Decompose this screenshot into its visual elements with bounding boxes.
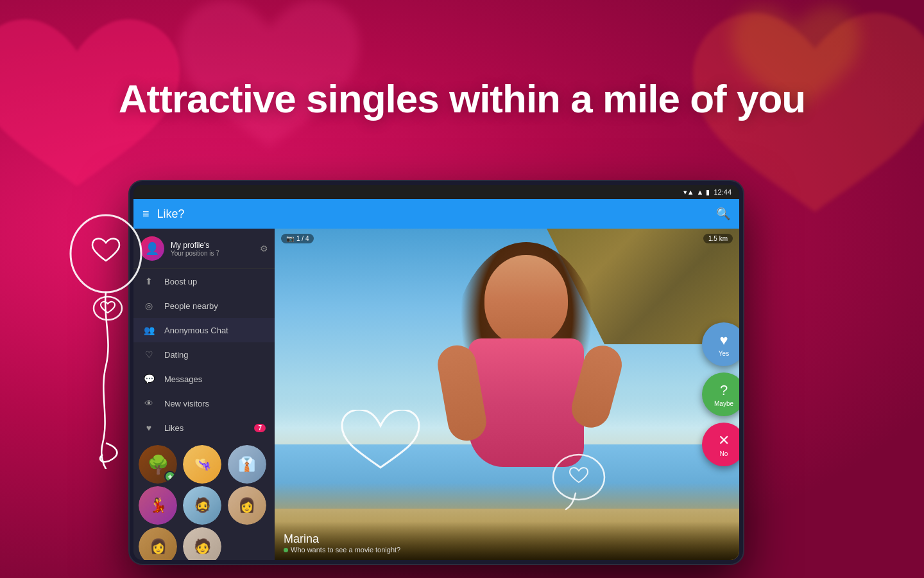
- avatar-grid: 🌳 + 👒 👔 💃 🧔: [133, 440, 275, 560]
- photo-area: 📷 1 / 4 1.5 km: [275, 229, 739, 560]
- sidebar-item-new-visitors[interactable]: 👁 New visitors: [133, 391, 275, 416]
- heart-drawing: [339, 410, 422, 483]
- sidebar-label-new-visitors: New visitors: [164, 399, 266, 408]
- distance-badge: 1.5 km: [703, 234, 733, 243]
- yes-icon: ♥: [719, 332, 728, 349]
- status-bar: ▾▲ ▲ ▮ 12:44: [133, 185, 739, 199]
- sidebar-item-people-nearby[interactable]: ◎ People nearby: [133, 293, 275, 318]
- profile-avatar: 👤: [140, 236, 164, 261]
- avatar-item-2[interactable]: 👔: [228, 445, 266, 484]
- profile-name: My profile's: [171, 241, 253, 250]
- messages-icon: 💬: [142, 374, 155, 384]
- avatar-item-6[interactable]: 👩: [139, 527, 177, 560]
- maybe-label: Maybe: [714, 400, 733, 407]
- menu-button[interactable]: ≡: [142, 207, 150, 221]
- sidebar-item-boost[interactable]: ⬆ Boost up: [133, 269, 275, 293]
- time-display: 12:44: [714, 188, 732, 196]
- app-bar: ≡ Like? 🔍: [133, 199, 739, 229]
- add-plus-icon: +: [164, 471, 176, 482]
- sidebar-item-likes[interactable]: ♥ Likes 7: [133, 416, 275, 440]
- search-button[interactable]: 🔍: [716, 207, 730, 221]
- boost-icon: ⬆: [142, 276, 155, 286]
- sidebar-label-messages: Messages: [164, 374, 266, 384]
- dating-icon: ♡: [142, 349, 155, 360]
- yes-label: Yes: [719, 350, 729, 357]
- sidebar-item-dating[interactable]: ♡ Dating: [133, 342, 275, 367]
- avatar-item-1[interactable]: 👒: [183, 445, 221, 484]
- action-buttons: ♥ Yes ? Maybe ✕ No: [702, 322, 739, 466]
- avatar-item-7[interactable]: 🧑: [183, 527, 221, 560]
- tablet-frame: ▾▲ ▲ ▮ 12:44 ≡ Like? 🔍 👤 My profile's Yo…: [128, 180, 744, 565]
- maybe-icon: ?: [720, 382, 728, 399]
- online-indicator: [284, 548, 288, 552]
- settings-icon[interactable]: ⚙: [260, 243, 268, 254]
- main-content: 👤 My profile's Your position is 7 ⚙ ⬆ Bo…: [133, 229, 739, 560]
- app-title: Like?: [157, 207, 708, 221]
- no-icon: ✕: [718, 432, 730, 449]
- sidebar-item-messages[interactable]: 💬 Messages: [133, 367, 275, 391]
- avatar-item-3[interactable]: 💃: [139, 486, 177, 525]
- no-label: No: [720, 450, 728, 457]
- profile-bar: Marina Who wants to see a movie tonight?: [275, 521, 739, 560]
- maybe-button[interactable]: ? Maybe: [702, 372, 739, 416]
- sidebar-label-dating: Dating: [164, 350, 266, 360]
- status-icons: ▾▲ ▲ ▮: [683, 188, 710, 197]
- camera-icon: 📷: [286, 235, 294, 242]
- anonymous-chat-icon: 👥: [142, 325, 155, 335]
- svg-point-2: [553, 455, 604, 500]
- battery-icon: ▮: [706, 188, 710, 197]
- headline: Attractive singles within a mile of you: [0, 77, 924, 121]
- speech-bubble-drawing: [547, 448, 611, 515]
- sidebar-profile[interactable]: 👤 My profile's Your position is 7 ⚙: [133, 229, 275, 269]
- signal-icon: ▲: [697, 188, 704, 196]
- sidebar-label-boost: Boost up: [164, 277, 266, 286]
- avatar-item-5[interactable]: 👩: [228, 486, 266, 525]
- sidebar-label-likes: Likes: [164, 423, 245, 433]
- profile-name-display: Marina: [284, 532, 730, 546]
- visitors-icon: 👁: [142, 398, 155, 408]
- no-button[interactable]: ✕ No: [702, 423, 739, 466]
- wifi-icon: ▾▲: [683, 188, 694, 197]
- profile-status: Who wants to see a movie tonight?: [284, 546, 730, 554]
- yes-button[interactable]: ♥ Yes: [702, 322, 739, 366]
- avatar-item-add[interactable]: 🌳 +: [139, 445, 177, 484]
- sidebar: 👤 My profile's Your position is 7 ⚙ ⬆ Bo…: [133, 229, 275, 560]
- likes-icon: ♥: [142, 423, 155, 433]
- tablet-screen: ▾▲ ▲ ▮ 12:44 ≡ Like? 🔍 👤 My profile's Yo…: [133, 185, 739, 560]
- profile-subtitle: Your position is 7: [171, 250, 253, 257]
- likes-badge: 7: [254, 424, 266, 432]
- status-message: Who wants to see a movie tonight?: [291, 546, 400, 554]
- sidebar-item-anonymous-chat[interactable]: 👥 Anonymous Chat: [133, 318, 275, 342]
- photo-counter: 📷 1 / 4: [281, 234, 314, 243]
- avatar-item-4[interactable]: 🧔: [183, 486, 221, 525]
- sidebar-label-people-nearby: People nearby: [164, 301, 266, 311]
- people-nearby-icon: ◎: [142, 301, 155, 311]
- profile-info: My profile's Your position is 7: [171, 241, 253, 257]
- sidebar-label-anonymous-chat: Anonymous Chat: [164, 326, 266, 335]
- photo-count-text: 1 / 4: [296, 235, 309, 242]
- photo-counter-area: 📷 1 / 4: [281, 234, 314, 243]
